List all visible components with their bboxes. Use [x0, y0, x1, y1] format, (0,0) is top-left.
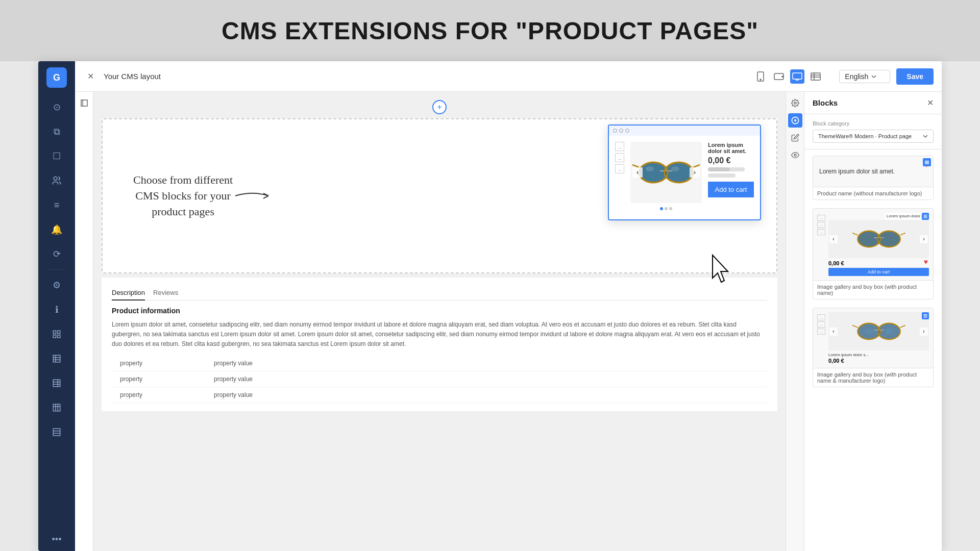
table-view-button[interactable]	[808, 69, 823, 84]
analytics-icon: ≡	[54, 200, 60, 211]
block-2-prev[interactable]: ‹	[829, 235, 838, 243]
property-value-1: property value	[214, 360, 253, 367]
property-key-3: property	[112, 391, 214, 398]
add-block-panel-button[interactable]	[788, 113, 802, 128]
sidebar-item-dashboard[interactable]: ⊙	[45, 96, 68, 118]
svg-rect-8	[53, 429, 60, 436]
svg-marker-27	[713, 255, 728, 282]
block-3-image-area: ‹ › Lorem ipsum dolor s... 0,00 €	[828, 312, 929, 364]
mobile-view-button[interactable]	[753, 69, 768, 84]
add-block-button[interactable]: +	[432, 100, 447, 114]
tab-reviews[interactable]: Reviews	[153, 286, 178, 300]
settings-panel-button[interactable]	[788, 96, 802, 110]
popup-dot-2	[619, 129, 623, 133]
block-3-next[interactable]: ›	[920, 328, 928, 336]
svg-rect-15	[81, 100, 87, 106]
popup-stock	[708, 173, 736, 178]
block-3-tag	[922, 312, 929, 319]
svg-rect-48	[924, 317, 927, 317]
view-panel-button[interactable]	[788, 148, 802, 162]
sidebar-item-grid[interactable]	[45, 323, 68, 345]
grid-icon	[52, 330, 61, 339]
block-card-2[interactable]: ‥ ‥ ‥ Lorem ipsum dolor s...	[813, 208, 934, 299]
sidebar-item-table3[interactable]	[45, 396, 68, 419]
sidebar-item-table2[interactable]	[45, 372, 68, 394]
sidebar-item-users[interactable]	[45, 169, 68, 192]
app-container: G ⊙ ⧉ ☐ ≡ 🔔 ⟳ ⚙ ℹ	[38, 61, 942, 551]
category-value: ThemeWare® Modern · Product page	[818, 133, 923, 139]
save-button[interactable]: Save	[896, 68, 934, 85]
editor-sidebar	[75, 92, 93, 551]
ctrl-btn-4: ‥	[817, 314, 825, 320]
sidebar-item-box[interactable]: ☐	[45, 145, 68, 167]
sidebar-more[interactable]: •••	[52, 534, 62, 545]
svg-line-57	[900, 325, 905, 328]
popup-controls: ‥ ‥ ‥	[615, 142, 624, 213]
popup-ctrl-2[interactable]: ‥	[615, 153, 624, 162]
desktop-view-button[interactable]	[790, 69, 804, 84]
sync-icon: ⟳	[53, 248, 61, 260]
block-2-next[interactable]: ›	[920, 235, 928, 243]
tablet-view-button[interactable]	[772, 69, 786, 84]
sidebar-item-settings[interactable]: ⚙	[45, 274, 68, 296]
svg-line-56	[852, 325, 857, 328]
popup-ctrl-3[interactable]: ‥	[615, 164, 624, 173]
block-card-3-preview: ‥ ‥ ‥	[813, 308, 933, 368]
svg-line-45	[900, 233, 905, 235]
popup-add-cart-button[interactable]: Add to cart	[708, 182, 754, 197]
sidebar-item-table4[interactable]	[45, 421, 68, 443]
block-2-add-cart[interactable]: Add to cart	[828, 268, 929, 276]
block-3-glasses	[851, 317, 907, 345]
popup-nav-prev[interactable]: ‹	[632, 167, 643, 178]
sidebar-item-analytics[interactable]: ≡	[45, 194, 68, 216]
blocks-panel-close-button[interactable]: ✕	[927, 98, 934, 108]
block-3-inner: ‥ ‥ ‥	[813, 308, 933, 368]
svg-point-28	[794, 102, 796, 104]
ctrl-btn-1: ‥	[817, 215, 825, 221]
block-3-tag-icon	[923, 314, 927, 318]
block-tag-1	[923, 158, 931, 166]
table-row: property property value	[112, 356, 767, 371]
svg-point-12	[782, 76, 783, 77]
blocks-panel: Blocks ✕ Block category ThemeWare® Moder…	[804, 92, 942, 551]
language-selector[interactable]: English	[839, 70, 890, 83]
sidebar-logo[interactable]: G	[46, 67, 67, 88]
table-row: property property value	[112, 371, 767, 387]
block-3-prev[interactable]: ‹	[829, 328, 838, 336]
svg-point-25	[646, 166, 654, 171]
sidebar-item-table1[interactable]	[45, 347, 68, 370]
topbar-close-button[interactable]: ✕	[83, 69, 97, 84]
popup-image-area: ‹ ›	[630, 142, 702, 203]
svg-rect-3	[53, 335, 56, 338]
block-2-tag	[922, 213, 929, 220]
popup-nav-next[interactable]: ›	[690, 167, 700, 178]
table4-icon	[52, 428, 61, 437]
users-icon	[52, 176, 62, 186]
block-card-1[interactable]: Lorem ipsum dolor sit amet. ♥	[813, 156, 934, 200]
block-card-3[interactable]: ‥ ‥ ‥	[813, 308, 934, 387]
tab-description[interactable]: Description	[112, 286, 145, 300]
svg-rect-13	[793, 73, 802, 79]
svg-rect-4	[58, 335, 60, 338]
property-value-3: property value	[214, 391, 253, 398]
block-2-image-area: Lorem ipsum dolor s...	[828, 213, 929, 276]
category-select[interactable]: ThemeWare® Modern · Product page	[813, 130, 934, 143]
table-row: property property value	[112, 387, 767, 403]
popup-product-price: 0,00 €	[708, 156, 754, 165]
popup-ctrl-1[interactable]: ‥	[615, 142, 624, 151]
topbar-title: Your CMS layout	[104, 72, 747, 81]
block-card-3-title: Image gallery and buy box (with product …	[813, 368, 933, 387]
sidebar-item-notifications[interactable]: 🔔	[45, 218, 68, 241]
sidebar-item-layers[interactable]: ⧉	[45, 120, 68, 143]
category-chevron-icon	[923, 135, 928, 138]
svg-rect-5	[53, 355, 60, 362]
sidebar-item-info[interactable]: ℹ	[45, 298, 68, 321]
block-card-2-title: Image gallery and buy box (with product …	[813, 280, 933, 299]
edit-panel-button[interactable]	[788, 131, 802, 145]
block-2-tag-icon	[923, 214, 927, 218]
gear-icon: ⚙	[53, 280, 61, 291]
sidebar-item-sync[interactable]: ⟳	[45, 243, 68, 265]
sidebar-toggle-button[interactable]	[77, 96, 91, 110]
block-card-2-preview: ‥ ‥ ‥ Lorem ipsum dolor s...	[813, 209, 933, 280]
ctrl-btn-2: ‥	[817, 222, 825, 228]
